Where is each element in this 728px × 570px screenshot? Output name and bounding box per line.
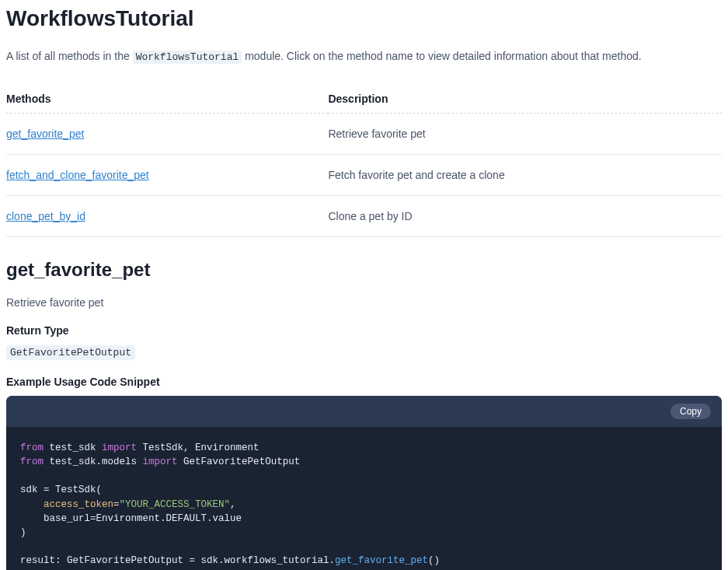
return-type-label: Return Type xyxy=(6,324,722,337)
code-token: "YOUR_ACCESS_TOKEN" xyxy=(120,499,231,510)
code-token: from xyxy=(20,442,44,453)
method-detail-desc: Retrieve favorite pet xyxy=(6,296,722,309)
method-link[interactable]: clone_pet_by_id xyxy=(6,210,85,222)
code-token: () xyxy=(428,555,440,566)
return-type-value: GetFavoritePetOutput xyxy=(6,345,135,360)
code-token: result: GetFavoritePetOutput = sdk.workf… xyxy=(20,555,335,566)
intro-code: WorkflowsTutorial xyxy=(133,51,242,64)
col-description: Description xyxy=(328,85,722,114)
code-token: import xyxy=(102,442,137,453)
code-token: get_favorite_pet xyxy=(335,555,428,566)
table-row: fetch_and_clone_favorite_pet Fetch favor… xyxy=(6,155,722,196)
code-token: GetFavoritePetOutput xyxy=(183,456,300,467)
code-token: from xyxy=(20,456,44,467)
table-row: get_favorite_pet Retrieve favorite pet xyxy=(6,114,722,155)
code-token: TestSdk, Environment xyxy=(143,442,260,453)
code-header: Copy xyxy=(6,396,722,427)
code-token: access_token xyxy=(44,499,113,510)
code-token: ) xyxy=(20,527,26,538)
code-token: sdk = TestSdk( xyxy=(20,484,102,495)
method-link[interactable]: get_favorite_pet xyxy=(6,128,84,140)
code-token: test_sdk xyxy=(50,442,96,453)
code-token: base_url=Environment.DEFAULT.value xyxy=(44,513,242,524)
method-link[interactable]: fetch_and_clone_favorite_pet xyxy=(6,169,149,181)
code-token: , xyxy=(230,499,236,510)
example-label: Example Usage Code Snippet xyxy=(6,376,722,388)
method-desc: Clone a pet by ID xyxy=(328,196,722,237)
method-desc: Fetch favorite pet and create a clone xyxy=(328,155,722,196)
table-row: clone_pet_by_id Clone a pet by ID xyxy=(6,196,722,237)
code-block: Copy from test_sdk import TestSdk, Envir… xyxy=(6,396,722,570)
intro-text: A list of all methods in the WorkflowsTu… xyxy=(6,50,722,63)
intro-after: module. Click on the method name to view… xyxy=(242,50,641,62)
copy-button[interactable]: Copy xyxy=(671,404,711,419)
page-title: WorkflowsTutorial xyxy=(6,6,722,31)
code-token: = xyxy=(113,499,120,510)
intro-before: A list of all methods in the xyxy=(6,50,133,62)
code-token: import xyxy=(143,456,178,467)
methods-table: Methods Description get_favorite_pet Ret… xyxy=(6,85,722,237)
code-body: from test_sdk import TestSdk, Environmen… xyxy=(6,427,722,570)
code-token: test_sdk.models xyxy=(50,456,138,467)
col-methods: Methods xyxy=(6,85,328,114)
method-desc: Retrieve favorite pet xyxy=(328,114,722,155)
method-detail-title: get_favorite_pet xyxy=(6,259,722,281)
